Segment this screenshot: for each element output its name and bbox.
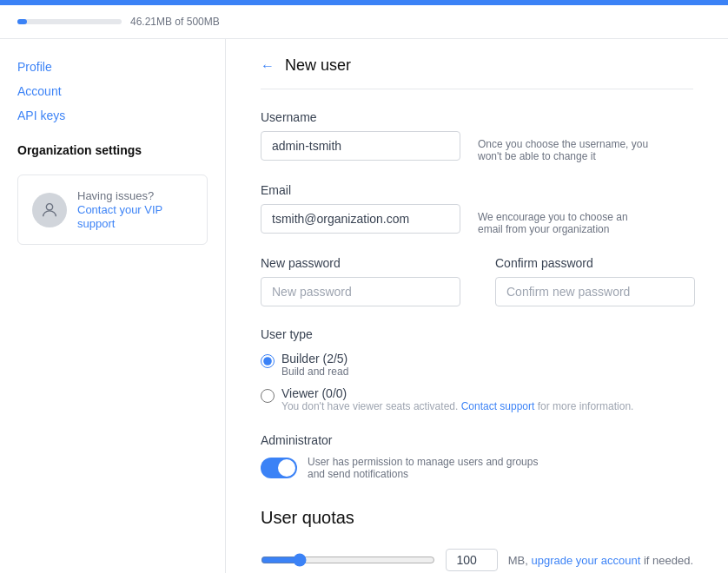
user-type-title: User type [261,327,693,341]
sidebar-item-account[interactable]: Account [17,81,208,102]
new-password-label: New password [261,256,460,270]
quota-slider[interactable] [261,553,435,567]
password-row: New password Confirm password [261,256,693,306]
support-link[interactable]: Contact your VIP support [77,203,162,230]
admin-description: User has permission to manage users and … [308,456,551,480]
storage-fill [17,19,27,24]
username-section: Username Once you choose the username, y… [261,110,693,162]
email-section: Email We encourage you to choose an emai… [261,183,693,235]
admin-toggle[interactable] [261,458,297,478]
support-avatar-icon [32,193,67,227]
sidebar: Profile Account API keys Organization se… [0,39,226,573]
main-content: ← New user Username Once you choose the … [226,39,728,573]
quota-unit: MB, upgrade your account if needed. [508,554,693,567]
username-input[interactable] [261,131,460,161]
new-password-group: New password [261,256,460,306]
storage-track [17,19,122,24]
viewer-label: Viewer (0/0) [281,386,633,400]
back-button[interactable]: ← [261,58,275,74]
viewer-option: Viewer (0/0) You don't have viewer seats… [261,386,693,412]
user-type-section: User type Builder (2/5) Build and read V… [261,327,693,412]
storage-text: 46.21MB of 500MB [130,16,220,28]
page-header: ← New user [261,56,693,89]
admin-title: Administrator [261,433,693,447]
confirm-password-label: Confirm password [495,256,695,270]
builder-sublabel: Build and read [281,366,348,378]
svg-point-0 [46,203,52,209]
builder-option: Builder (2/5) Build and read [261,352,693,378]
admin-section: Administrator User has permission to man… [261,433,693,480]
email-hint: We encourage you to choose an email from… [478,204,652,235]
storage-row: 46.21MB of 500MB [0,5,728,39]
page-title: New user [285,56,351,75]
builder-radio[interactable] [261,354,275,368]
sidebar-item-profile[interactable]: Profile [17,56,208,77]
email-label: Email [261,183,693,197]
username-hint: Once you choose the username, you won't … [478,131,652,162]
upgrade-account-link[interactable]: upgrade your account [532,554,641,567]
sidebar-item-api-keys[interactable]: API keys [17,105,208,126]
confirm-password-input[interactable] [495,277,695,306]
support-heading: Having issues? [77,189,193,202]
email-input[interactable] [261,204,460,234]
quotas-title: User quotas [261,508,693,528]
confirm-password-group: Confirm password [495,256,695,306]
quota-slider-row: MB, upgrade your account if needed. [261,549,693,571]
sidebar-nav: Profile Account API keys [17,56,208,126]
contact-support-link[interactable]: Contact support [461,400,535,412]
new-password-input[interactable] [261,277,460,306]
org-settings-title: Organization settings [17,143,208,157]
viewer-radio[interactable] [261,389,275,403]
viewer-sublabel: You don't have viewer seats activated. C… [281,400,633,412]
username-label: Username [261,110,693,124]
quota-value-input[interactable] [446,549,498,571]
builder-label: Builder (2/5) [281,352,348,366]
quotas-section: User quotas MB, upgrade your account if … [261,508,693,573]
support-box: Having issues? Contact your VIP support [17,175,208,245]
